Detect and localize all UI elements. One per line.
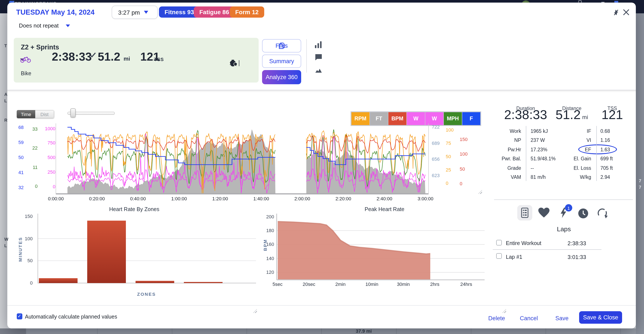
summary-button[interactable]: Summary bbox=[262, 54, 301, 68]
background-calendar-line bbox=[620, 328, 621, 334]
axis-label-w: 750 bbox=[38, 140, 56, 146]
background-right-text: 7 bbox=[639, 178, 641, 183]
axis-label-f: 50 bbox=[6, 155, 24, 160]
stat-label: EF bbox=[552, 147, 591, 152]
x-axis-label: 1:20:00 bbox=[207, 196, 233, 201]
peak-x-tick: 2min bbox=[328, 281, 352, 287]
axis-label-mph: 0 bbox=[20, 184, 38, 189]
sport-label: Bike bbox=[21, 71, 31, 77]
background-calendar-line bbox=[26, 328, 26, 334]
save-close-button[interactable]: Save & Close bbox=[579, 311, 622, 324]
axis-label-bpm: 50 bbox=[460, 166, 465, 171]
axis-label-ft: 623 bbox=[432, 173, 440, 178]
stat-label: VAM bbox=[488, 175, 521, 180]
workout-distance: 51.2 mi bbox=[98, 50, 130, 64]
badge-fitness[interactable]: Fitness 93 bbox=[159, 7, 200, 18]
stat-label: Grade bbox=[488, 165, 521, 170]
x-axis-label: 0:40:00 bbox=[125, 196, 151, 201]
collapse-icon[interactable] bbox=[612, 9, 620, 16]
axis-label-ft: 722 bbox=[432, 124, 440, 129]
lap-checkbox[interactable] bbox=[496, 253, 502, 259]
peak-heart-rate-chart[interactable] bbox=[276, 214, 485, 280]
close-icon[interactable] bbox=[622, 8, 630, 16]
auto-calc-checkbox[interactable]: ✓ bbox=[16, 313, 22, 319]
background-sidebar-text: A bbox=[4, 92, 7, 97]
peak-y-tick: 180 bbox=[259, 228, 274, 233]
comment-icon[interactable] bbox=[315, 54, 322, 61]
chart-icon[interactable] bbox=[315, 41, 322, 49]
background-calendar-line bbox=[321, 328, 322, 334]
analyze-360-button[interactable]: Analyze 360 bbox=[262, 70, 301, 84]
axis-label-rpm: 75 bbox=[446, 141, 451, 146]
lap-value: 2:38:33 bbox=[568, 240, 586, 246]
heart-icon[interactable] bbox=[538, 208, 550, 217]
refresh-icon[interactable] bbox=[597, 208, 608, 218]
x-axis-label: 3:00:00 bbox=[413, 196, 438, 201]
repeat-select[interactable]: Does not repeat bbox=[19, 22, 70, 29]
laps-list-icon[interactable] bbox=[517, 205, 532, 220]
bike-icon[interactable] bbox=[20, 56, 31, 63]
zone-bar bbox=[87, 221, 126, 283]
workout-tss-unit: TSS bbox=[154, 57, 164, 62]
stat-value: 1.63 bbox=[600, 147, 610, 152]
legend-mph[interactable]: MPH bbox=[444, 112, 462, 125]
x-axis-label: 1:00:00 bbox=[166, 196, 192, 201]
peak-x-tick: 30min bbox=[392, 281, 416, 287]
axis-label-f: 59 bbox=[6, 140, 24, 145]
date-label[interactable]: TUESDAY May 14, 2024 bbox=[16, 8, 94, 16]
legend-f[interactable]: F bbox=[462, 112, 480, 125]
divider bbox=[306, 39, 306, 73]
peak-y-tick: 120 bbox=[259, 269, 274, 275]
divider bbox=[494, 199, 633, 200]
axis-label-w: 250 bbox=[38, 169, 56, 175]
clock-icon[interactable] bbox=[578, 208, 588, 218]
heart-rate-zones-chart[interactable] bbox=[38, 214, 256, 284]
stat-value: 1.16 bbox=[600, 138, 610, 143]
legend-bpm[interactable]: BPM bbox=[388, 112, 406, 125]
stat-label: NP bbox=[488, 138, 521, 143]
axis-label-rpm: 100 bbox=[446, 127, 454, 132]
zoom-slider-handle[interactable] bbox=[70, 108, 76, 117]
axis-label-rpm: 25 bbox=[446, 167, 451, 172]
stat-label: Pwr. Bal. bbox=[488, 156, 521, 161]
badge-fatigue[interactable]: Fatigue 86 bbox=[194, 7, 235, 18]
workout-card: Z2 + Sprints 2:38:33 51.2 mi 121 TSS x1 bbox=[14, 38, 258, 83]
comments-icon[interactable] bbox=[230, 60, 237, 66]
axis-label-mph: 22 bbox=[20, 145, 38, 150]
x-axis-label: 2:40:00 bbox=[372, 196, 398, 201]
legend-ft[interactable]: FT bbox=[370, 112, 388, 125]
files-button[interactable]: Files bbox=[262, 39, 301, 53]
auto-calc-label: Automatically calculate planned values bbox=[25, 314, 117, 320]
peak-x-tick: 2hrs bbox=[423, 281, 447, 287]
badge-form[interactable]: Form 12 bbox=[230, 7, 264, 18]
legend-w[interactable]: W bbox=[407, 112, 425, 125]
zones-x-axis-title: ZONES bbox=[137, 291, 156, 297]
background-calendar-line bbox=[471, 328, 471, 334]
stat-big-value: 121 bbox=[602, 108, 623, 122]
save-button[interactable]: Save bbox=[555, 315, 568, 321]
toggle-time[interactable]: Time bbox=[17, 110, 35, 118]
delete-button[interactable]: Delete bbox=[488, 315, 505, 321]
legend-rpm[interactable]: RPM bbox=[352, 112, 370, 125]
laps-title: Laps bbox=[557, 225, 571, 233]
background-sidebar-text: L bbox=[4, 98, 7, 103]
elevation-icon[interactable] bbox=[315, 68, 322, 73]
legend-w[interactable]: W bbox=[425, 112, 443, 125]
background-sidebar-text: L bbox=[4, 243, 7, 248]
divider bbox=[526, 126, 526, 181]
lap-checkbox[interactable] bbox=[496, 240, 502, 245]
background-calendar-strip: 37.9 mi bbox=[0, 328, 636, 334]
toggle-dist[interactable]: Dist bbox=[35, 110, 54, 118]
axis-label-w: 0 bbox=[38, 184, 56, 189]
peak-y-tick: 160 bbox=[259, 242, 274, 247]
stat-label: El. Gain bbox=[552, 156, 591, 161]
background-right-strip bbox=[636, 13, 644, 334]
check-icon bbox=[89, 52, 96, 58]
background-right-text: 7 bbox=[639, 185, 641, 190]
zones-y-tick: 0 bbox=[17, 280, 33, 285]
time-select[interactable]: 3:27 pm bbox=[112, 6, 158, 19]
stat-value: -- bbox=[530, 165, 534, 170]
main-activity-chart[interactable] bbox=[56, 123, 429, 195]
zone-bar bbox=[135, 281, 174, 283]
cancel-button[interactable]: Cancel bbox=[520, 315, 538, 321]
